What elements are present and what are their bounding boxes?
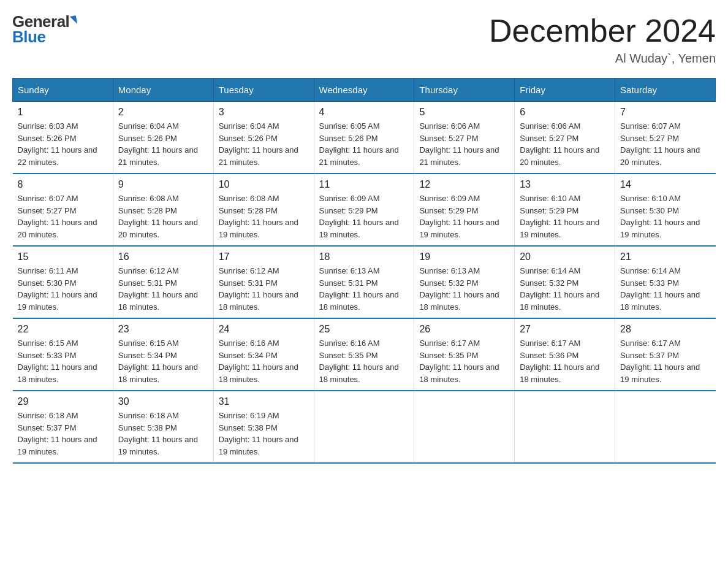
day-info: Sunrise: 6:08 AMSunset: 5:28 PMDaylight:… <box>118 193 208 240</box>
page-header: General Blue December 2024 Al Wuday`, Ye… <box>12 12 716 66</box>
day-number: 28 <box>620 324 710 335</box>
calendar-table: SundayMondayTuesdayWednesdayThursdayFrid… <box>12 78 716 464</box>
calendar-day-cell: 4 Sunrise: 6:05 AMSunset: 5:26 PMDayligh… <box>314 102 414 174</box>
calendar-day-cell <box>515 391 615 463</box>
day-number: 30 <box>118 396 208 407</box>
day-info: Sunrise: 6:16 AMSunset: 5:34 PMDaylight:… <box>219 337 309 385</box>
calendar-day-cell: 24 Sunrise: 6:16 AMSunset: 5:34 PMDaylig… <box>213 318 314 391</box>
calendar-day-cell <box>314 391 414 463</box>
calendar-day-cell: 28 Sunrise: 6:17 AMSunset: 5:37 PMDaylig… <box>615 318 716 391</box>
day-number: 27 <box>520 324 610 335</box>
logo: General Blue <box>12 12 77 47</box>
calendar-day-cell: 20 Sunrise: 6:14 AMSunset: 5:32 PMDaylig… <box>515 246 615 318</box>
day-number: 2 <box>118 107 208 118</box>
day-number: 15 <box>18 251 108 262</box>
calendar-day-cell: 8 Sunrise: 6:07 AMSunset: 5:27 PMDayligh… <box>13 174 113 246</box>
day-info: Sunrise: 6:15 AMSunset: 5:34 PMDaylight:… <box>118 337 208 385</box>
day-number: 11 <box>319 179 409 190</box>
header-wednesday: Wednesday <box>314 79 414 102</box>
day-info: Sunrise: 6:08 AMSunset: 5:28 PMDaylight:… <box>219 193 309 240</box>
calendar-day-cell: 16 Sunrise: 6:12 AMSunset: 5:31 PMDaylig… <box>113 246 213 318</box>
logo-triangle-icon <box>70 15 77 25</box>
day-number: 18 <box>319 251 409 262</box>
day-info: Sunrise: 6:10 AMSunset: 5:29 PMDaylight:… <box>520 193 610 240</box>
day-number: 29 <box>18 396 108 407</box>
header-monday: Monday <box>113 79 213 102</box>
day-info: Sunrise: 6:03 AMSunset: 5:26 PMDaylight:… <box>18 120 108 168</box>
day-info: Sunrise: 6:14 AMSunset: 5:32 PMDaylight:… <box>520 265 610 313</box>
calendar-week-row: 15 Sunrise: 6:11 AMSunset: 5:30 PMDaylig… <box>13 246 716 318</box>
header-saturday: Saturday <box>615 79 716 102</box>
day-info: Sunrise: 6:09 AMSunset: 5:29 PMDaylight:… <box>419 193 509 240</box>
day-info: Sunrise: 6:04 AMSunset: 5:26 PMDaylight:… <box>219 120 309 168</box>
calendar-day-cell <box>414 391 515 463</box>
calendar-day-cell: 26 Sunrise: 6:17 AMSunset: 5:35 PMDaylig… <box>414 318 515 391</box>
calendar-day-cell: 14 Sunrise: 6:10 AMSunset: 5:30 PMDaylig… <box>615 174 716 246</box>
calendar-day-cell: 13 Sunrise: 6:10 AMSunset: 5:29 PMDaylig… <box>515 174 615 246</box>
calendar-day-cell: 23 Sunrise: 6:15 AMSunset: 5:34 PMDaylig… <box>113 318 213 391</box>
day-number: 24 <box>219 324 309 335</box>
day-number: 12 <box>419 179 509 190</box>
day-info: Sunrise: 6:17 AMSunset: 5:37 PMDaylight:… <box>620 337 710 385</box>
calendar-day-cell: 17 Sunrise: 6:12 AMSunset: 5:31 PMDaylig… <box>213 246 314 318</box>
header-sunday: Sunday <box>13 79 113 102</box>
day-info: Sunrise: 6:18 AMSunset: 5:37 PMDaylight:… <box>18 410 108 458</box>
day-info: Sunrise: 6:10 AMSunset: 5:30 PMDaylight:… <box>620 193 710 240</box>
header-tuesday: Tuesday <box>213 79 314 102</box>
day-info: Sunrise: 6:06 AMSunset: 5:27 PMDaylight:… <box>520 120 610 168</box>
day-number: 16 <box>118 251 208 262</box>
header-thursday: Thursday <box>414 79 515 102</box>
calendar-day-cell: 27 Sunrise: 6:17 AMSunset: 5:36 PMDaylig… <box>515 318 615 391</box>
calendar-day-cell: 5 Sunrise: 6:06 AMSunset: 5:27 PMDayligh… <box>414 102 515 174</box>
calendar-day-cell: 7 Sunrise: 6:07 AMSunset: 5:27 PMDayligh… <box>615 102 716 174</box>
calendar-day-cell: 15 Sunrise: 6:11 AMSunset: 5:30 PMDaylig… <box>13 246 113 318</box>
day-number: 10 <box>219 179 309 190</box>
title-section: December 2024 Al Wuday`, Yemen <box>489 12 716 66</box>
day-number: 23 <box>118 324 208 335</box>
day-info: Sunrise: 6:09 AMSunset: 5:29 PMDaylight:… <box>319 193 409 240</box>
calendar-week-row: 8 Sunrise: 6:07 AMSunset: 5:27 PMDayligh… <box>13 174 716 246</box>
day-number: 17 <box>219 251 309 262</box>
day-number: 25 <box>319 324 409 335</box>
calendar-day-cell: 11 Sunrise: 6:09 AMSunset: 5:29 PMDaylig… <box>314 174 414 246</box>
calendar-day-cell: 3 Sunrise: 6:04 AMSunset: 5:26 PMDayligh… <box>213 102 314 174</box>
calendar-day-cell: 31 Sunrise: 6:19 AMSunset: 5:38 PMDaylig… <box>213 391 314 463</box>
location-subtitle: Al Wuday`, Yemen <box>489 52 716 66</box>
day-number: 22 <box>18 324 108 335</box>
day-info: Sunrise: 6:13 AMSunset: 5:32 PMDaylight:… <box>419 265 509 313</box>
day-number: 20 <box>520 251 610 262</box>
calendar-day-cell: 25 Sunrise: 6:16 AMSunset: 5:35 PMDaylig… <box>314 318 414 391</box>
day-number: 26 <box>419 324 509 335</box>
day-number: 7 <box>620 107 710 118</box>
day-number: 5 <box>419 107 509 118</box>
day-number: 1 <box>18 107 108 118</box>
day-number: 31 <box>219 396 309 407</box>
calendar-week-row: 1 Sunrise: 6:03 AMSunset: 5:26 PMDayligh… <box>13 102 716 174</box>
day-info: Sunrise: 6:15 AMSunset: 5:33 PMDaylight:… <box>18 337 108 385</box>
day-number: 13 <box>520 179 610 190</box>
calendar-day-cell: 10 Sunrise: 6:08 AMSunset: 5:28 PMDaylig… <box>213 174 314 246</box>
day-number: 19 <box>419 251 509 262</box>
day-info: Sunrise: 6:07 AMSunset: 5:27 PMDaylight:… <box>18 193 108 240</box>
day-number: 21 <box>620 251 710 262</box>
day-info: Sunrise: 6:05 AMSunset: 5:26 PMDaylight:… <box>319 120 409 168</box>
day-info: Sunrise: 6:19 AMSunset: 5:38 PMDaylight:… <box>219 410 309 458</box>
logo-blue-text: Blue <box>12 28 45 47</box>
day-info: Sunrise: 6:17 AMSunset: 5:36 PMDaylight:… <box>520 337 610 385</box>
calendar-day-cell: 30 Sunrise: 6:18 AMSunset: 5:38 PMDaylig… <box>113 391 213 463</box>
day-info: Sunrise: 6:12 AMSunset: 5:31 PMDaylight:… <box>118 265 208 313</box>
header-friday: Friday <box>515 79 615 102</box>
day-number: 14 <box>620 179 710 190</box>
calendar-day-cell: 18 Sunrise: 6:13 AMSunset: 5:31 PMDaylig… <box>314 246 414 318</box>
month-title: December 2024 <box>489 12 716 49</box>
day-number: 3 <box>219 107 309 118</box>
day-info: Sunrise: 6:06 AMSunset: 5:27 PMDaylight:… <box>419 120 509 168</box>
calendar-day-cell: 2 Sunrise: 6:04 AMSunset: 5:26 PMDayligh… <box>113 102 213 174</box>
calendar-week-row: 22 Sunrise: 6:15 AMSunset: 5:33 PMDaylig… <box>13 318 716 391</box>
day-info: Sunrise: 6:11 AMSunset: 5:30 PMDaylight:… <box>18 265 108 313</box>
calendar-day-cell: 6 Sunrise: 6:06 AMSunset: 5:27 PMDayligh… <box>515 102 615 174</box>
day-info: Sunrise: 6:16 AMSunset: 5:35 PMDaylight:… <box>319 337 409 385</box>
day-info: Sunrise: 6:12 AMSunset: 5:31 PMDaylight:… <box>219 265 309 313</box>
calendar-day-cell: 9 Sunrise: 6:08 AMSunset: 5:28 PMDayligh… <box>113 174 213 246</box>
day-info: Sunrise: 6:14 AMSunset: 5:33 PMDaylight:… <box>620 265 710 313</box>
